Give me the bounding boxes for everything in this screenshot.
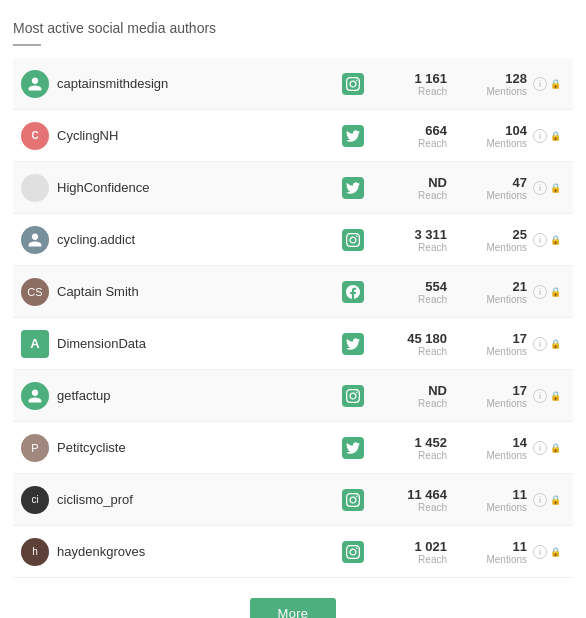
info-icon[interactable]: i [533,389,547,403]
mentions-label: Mentions [453,346,527,357]
authors-list: captainsmithdesign 1 161 Reach 128 Menti… [13,58,573,578]
mentions-label: Mentions [453,86,527,97]
reach-stat: 664 Reach [373,123,453,149]
lock-icon[interactable]: 🔒 [550,339,561,349]
reach-label: Reach [373,190,447,201]
reach-label: Reach [373,138,447,149]
title-underline [13,44,41,46]
lock-icon[interactable]: 🔒 [550,235,561,245]
social-platform-icon [342,489,364,511]
social-icon [333,177,373,199]
social-platform-icon [342,73,364,95]
row-actions: i 🔒 [533,181,569,195]
social-platform-icon [342,333,364,355]
author-name: DimensionData [53,336,333,351]
mentions-stat: 11 Mentions [453,487,533,513]
row-actions: i 🔒 [533,493,569,507]
reach-value: ND [373,175,447,190]
mentions-value: 14 [453,435,527,450]
social-icon [333,125,373,147]
reach-stat: 3 311 Reach [373,227,453,253]
social-icon [333,489,373,511]
reach-stat: 45 180 Reach [373,331,453,357]
avatar: C [17,122,53,150]
mentions-value: 47 [453,175,527,190]
info-icon[interactable]: i [533,233,547,247]
mentions-label: Mentions [453,450,527,461]
reach-value: 554 [373,279,447,294]
lock-icon[interactable]: 🔒 [550,547,561,557]
reach-label: Reach [373,502,447,513]
avatar: P [17,434,53,462]
table-row: getfactup ND Reach 17 Mentions i 🔒 [13,370,573,422]
social-platform-icon [342,385,364,407]
table-row: P Petitcycliste 1 452 Reach 14 Mentions … [13,422,573,474]
table-row: ci ciclismo_prof 11 464 Reach 11 Mention… [13,474,573,526]
avatar [17,70,53,98]
table-row: CS Captain Smith 554 Reach 21 Mentions i… [13,266,573,318]
lock-icon[interactable]: 🔒 [550,79,561,89]
social-platform-icon [342,229,364,251]
more-button[interactable]: More [250,598,337,618]
mentions-stat: 104 Mentions [453,123,533,149]
info-icon[interactable]: i [533,77,547,91]
row-actions: i 🔒 [533,285,569,299]
avatar: A [17,330,53,358]
mentions-value: 11 [453,487,527,502]
reach-label: Reach [373,398,447,409]
social-icon [333,385,373,407]
reach-stat: 1 452 Reach [373,435,453,461]
mentions-stat: 17 Mentions [453,383,533,409]
reach-stat: ND Reach [373,175,453,201]
mentions-stat: 47 Mentions [453,175,533,201]
row-actions: i 🔒 [533,77,569,91]
avatar: ci [17,486,53,514]
avatar [17,382,53,410]
row-actions: i 🔒 [533,129,569,143]
social-platform-icon [342,125,364,147]
mentions-label: Mentions [453,294,527,305]
reach-label: Reach [373,242,447,253]
mentions-value: 17 [453,331,527,346]
row-actions: i 🔒 [533,233,569,247]
info-icon[interactable]: i [533,441,547,455]
author-name: HighConfidence [53,180,333,195]
mentions-stat: 25 Mentions [453,227,533,253]
info-icon[interactable]: i [533,285,547,299]
table-row: HighConfidence ND Reach 47 Mentions i 🔒 [13,162,573,214]
reach-stat: 11 464 Reach [373,487,453,513]
row-actions: i 🔒 [533,337,569,351]
mentions-stat: 14 Mentions [453,435,533,461]
lock-icon[interactable]: 🔒 [550,495,561,505]
reach-value: 664 [373,123,447,138]
social-platform-icon [342,281,364,303]
table-row: cycling.addict 3 311 Reach 25 Mentions i… [13,214,573,266]
reach-value: 1 452 [373,435,447,450]
mentions-stat: 11 Mentions [453,539,533,565]
mentions-stat: 21 Mentions [453,279,533,305]
info-icon[interactable]: i [533,493,547,507]
mentions-label: Mentions [453,190,527,201]
info-icon[interactable]: i [533,181,547,195]
reach-value: 11 464 [373,487,447,502]
info-icon[interactable]: i [533,337,547,351]
lock-icon[interactable]: 🔒 [550,287,561,297]
mentions-stat: 128 Mentions [453,71,533,97]
lock-icon[interactable]: 🔒 [550,183,561,193]
reach-label: Reach [373,450,447,461]
row-actions: i 🔒 [533,545,569,559]
row-actions: i 🔒 [533,389,569,403]
reach-stat: 554 Reach [373,279,453,305]
mentions-value: 104 [453,123,527,138]
mentions-value: 21 [453,279,527,294]
info-icon[interactable]: i [533,129,547,143]
avatar [17,226,53,254]
lock-icon[interactable]: 🔒 [550,443,561,453]
social-icon [333,229,373,251]
social-platform-icon [342,541,364,563]
info-icon[interactable]: i [533,545,547,559]
mentions-value: 11 [453,539,527,554]
table-row: A DimensionData 45 180 Reach 17 Mentions… [13,318,573,370]
lock-icon[interactable]: 🔒 [550,391,561,401]
lock-icon[interactable]: 🔒 [550,131,561,141]
